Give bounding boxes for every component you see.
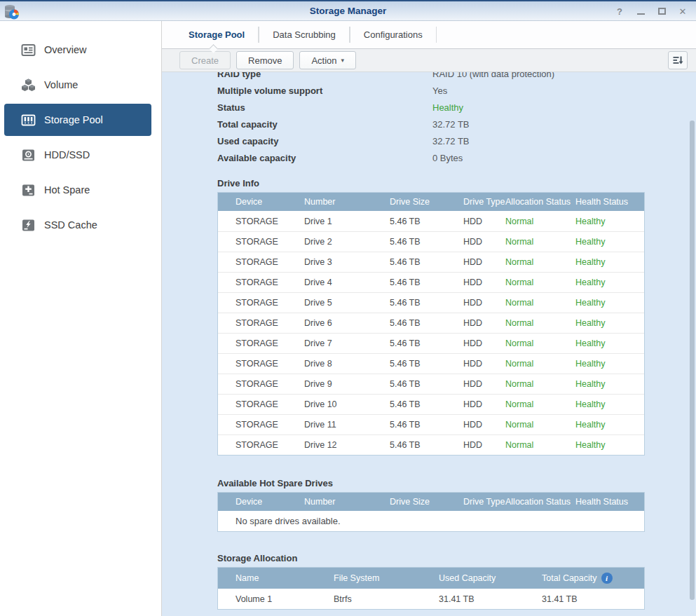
cell-health-status: Healthy — [575, 237, 644, 247]
cell-number: Drive 12 — [304, 440, 390, 450]
cell-device: STORAGE — [236, 217, 304, 226]
column-header-drive-type[interactable]: Drive Type — [463, 197, 505, 207]
drive-row[interactable]: STORAGE Drive 4 5.46 TB HDD Normal Healt… — [218, 272, 644, 292]
drive-row[interactable]: STORAGE Drive 12 5.46 TB HDD Normal Heal… — [218, 434, 644, 455]
column-header-drive-size[interactable]: Drive Size — [390, 197, 463, 207]
cell-drive-type: HDD — [463, 338, 505, 348]
drive-row[interactable]: STORAGE Drive 3 5.46 TB HDD Normal Healt… — [218, 252, 644, 272]
pool-info-label: Total capacity — [217, 119, 432, 130]
cell-number: Drive 5 — [304, 298, 390, 308]
drive-row[interactable]: STORAGE Drive 2 5.46 TB HDD Normal Healt… — [218, 231, 644, 252]
column-header-number[interactable]: Number — [304, 197, 390, 207]
cell-drive-size: 5.46 TB — [390, 399, 463, 409]
tab-data-scrubbing[interactable]: Data Scrubbing — [259, 21, 350, 48]
cell-number: Drive 4 — [304, 278, 390, 287]
help-icon[interactable]: ? — [615, 6, 625, 17]
main-panel: Storage Pool Data Scrubbing Configuratio… — [162, 21, 696, 616]
drive-row[interactable]: STORAGE Drive 7 5.46 TB HDD Normal Healt… — [218, 333, 644, 353]
column-header-name[interactable]: Name — [236, 573, 334, 583]
cell-name: Volume 1 — [236, 594, 334, 604]
sidebar-item-hdd-ssd[interactable]: HDD/SSD — [0, 137, 161, 172]
cell-health-status: Healthy — [575, 278, 644, 287]
info-icon[interactable]: i — [601, 573, 613, 584]
create-button[interactable]: Create — [179, 51, 231, 69]
cell-number: Drive 1 — [304, 217, 390, 226]
column-header-health-status[interactable]: Health Status — [575, 197, 644, 207]
cell-drive-size: 5.46 TB — [390, 257, 463, 267]
tab-bar: Storage Pool Data Scrubbing Configuratio… — [162, 21, 696, 49]
drive-row[interactable]: STORAGE Drive 8 5.46 TB HDD Normal Healt… — [218, 353, 644, 374]
sidebar-item-volume[interactable]: Volume — [0, 67, 161, 102]
pool-info-label: Available capacity — [217, 153, 432, 163]
sidebar-item-ssd-cache[interactable]: SSD Cache — [0, 207, 161, 242]
toolbar: Create Remove Action ▾ — [162, 49, 696, 72]
tab-storage-pool[interactable]: Storage Pool — [175, 21, 259, 48]
minimize-icon[interactable] — [636, 6, 646, 17]
cell-health-status: Healthy — [575, 379, 644, 389]
column-header-file-system[interactable]: File System — [334, 573, 439, 583]
cell-drive-type: HDD — [463, 237, 505, 247]
cell-health-status: Healthy — [575, 217, 644, 226]
close-icon[interactable]: ✕ — [678, 6, 688, 17]
remove-button[interactable]: Remove — [236, 51, 294, 69]
column-header-allocation-status[interactable]: Allocation Status — [505, 197, 575, 207]
cell-device: STORAGE — [236, 298, 304, 308]
drive-row[interactable]: STORAGE Drive 5 5.46 TB HDD Normal Healt… — [218, 292, 644, 313]
hot-spare-header: Device Number Drive Size Drive Type Allo… — [218, 493, 644, 511]
sort-button[interactable] — [668, 51, 688, 69]
pool-info-row: Available capacity 0 Bytes — [217, 149, 645, 166]
column-header-drive-type[interactable]: Drive Type — [463, 497, 505, 507]
volume-row[interactable]: Volume 1 Btrfs 31.41 TB 31.41 TB — [218, 589, 644, 609]
sidebar-item-label: HDD/SSD — [44, 149, 90, 160]
column-header-used-capacity[interactable]: Used Capacity — [439, 573, 542, 583]
hot-spare-title: Available Hot Spare Drives — [217, 478, 696, 489]
drive-row[interactable]: STORAGE Drive 10 5.46 TB HDD Normal Heal… — [218, 394, 644, 414]
sidebar-item-overview[interactable]: Overview — [0, 32, 161, 67]
chevron-down-icon: ▾ — [341, 57, 345, 64]
maximize-icon[interactable] — [657, 6, 667, 17]
action-button[interactable]: Action ▾ — [299, 51, 356, 69]
drive-row[interactable]: STORAGE Drive 1 5.46 TB HDD Normal Healt… — [218, 211, 644, 231]
drive-row[interactable]: STORAGE Drive 11 5.46 TB HDD Normal Heal… — [218, 414, 644, 434]
sidebar-item-hot-spare[interactable]: Hot Spare — [0, 172, 161, 207]
cell-number: Drive 7 — [304, 338, 390, 348]
cell-health-status: Healthy — [575, 298, 644, 308]
drive-info-header: Device Number Drive Size Drive Type Allo… — [218, 193, 644, 211]
cell-allocation-status: Normal — [505, 318, 575, 328]
column-header-drive-size[interactable]: Drive Size — [390, 497, 463, 507]
column-header-allocation-status[interactable]: Allocation Status — [505, 497, 575, 507]
pool-info-value: 32.72 TB — [432, 119, 645, 130]
cell-health-status: Healthy — [575, 359, 644, 369]
cell-drive-size: 5.46 TB — [390, 318, 463, 328]
column-header-total-capacity[interactable]: Total Capacity i — [542, 573, 644, 584]
overview-icon — [21, 43, 36, 57]
drive-row[interactable]: STORAGE Drive 9 5.46 TB HDD Normal Healt… — [218, 374, 644, 394]
pool-info-label: Status — [217, 102, 432, 113]
cell-device: STORAGE — [236, 257, 304, 267]
titlebar: Storage Manager ? ✕ — [0, 0, 696, 21]
cell-drive-size: 5.46 TB — [390, 420, 463, 430]
cell-drive-size: 5.46 TB — [390, 237, 463, 247]
vertical-scrollbar-thumb[interactable] — [690, 121, 695, 600]
sidebar-item-label: Volume — [44, 79, 78, 90]
pool-info-value: 32.72 TB — [432, 136, 645, 146]
column-header-health-status[interactable]: Health Status — [575, 497, 644, 507]
pool-info-value: 0 Bytes — [432, 153, 645, 163]
column-header-device[interactable]: Device — [236, 197, 304, 207]
cell-device: STORAGE — [236, 359, 304, 369]
sidebar-item-label: Storage Pool — [44, 114, 103, 125]
pool-info-value: Yes — [432, 85, 645, 96]
column-header-number[interactable]: Number — [304, 497, 390, 507]
cell-allocation-status: Normal — [505, 440, 575, 450]
pool-info-label: Multiple volume support — [217, 85, 432, 96]
pool-info-value: Healthy — [432, 102, 645, 113]
cell-drive-size: 5.46 TB — [390, 379, 463, 389]
column-header-device[interactable]: Device — [236, 497, 304, 507]
cell-health-status: Healthy — [575, 257, 644, 267]
tab-configurations[interactable]: Configurations — [350, 21, 437, 48]
cell-drive-size: 5.46 TB — [390, 278, 463, 287]
cell-drive-type: HDD — [463, 399, 505, 409]
storage-manager-app-icon — [4, 4, 20, 20]
sidebar-item-storage-pool[interactable]: Storage Pool — [4, 104, 151, 136]
drive-row[interactable]: STORAGE Drive 6 5.46 TB HDD Normal Healt… — [218, 313, 644, 333]
